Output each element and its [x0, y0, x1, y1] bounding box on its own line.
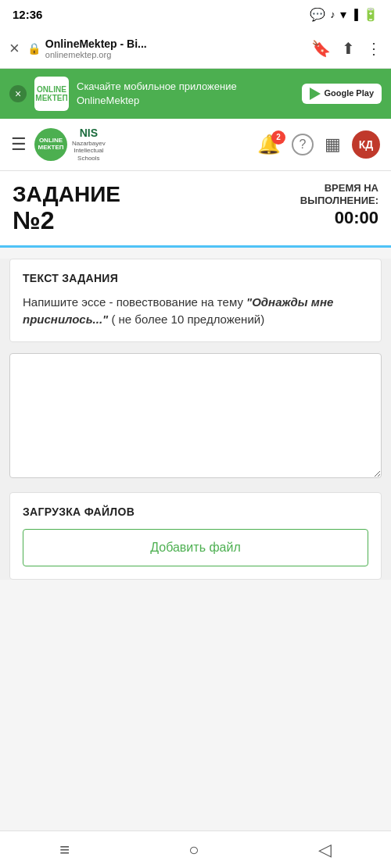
site-nav: ☰ ONLINE МЕКТЕП NIS Nazarbayev Intellect… [0, 119, 391, 171]
status-time: 12:36 [13, 8, 42, 21]
nav-logos: ONLINE МЕКТЕП NIS Nazarbayev Intellectua… [34, 127, 106, 163]
bookmark-icon[interactable]: 🔖 [311, 39, 331, 58]
online-mektep-logo: ONLINE МЕКТЕП [34, 128, 67, 161]
essay-textarea[interactable] [9, 353, 382, 478]
add-file-button[interactable]: Добавить файл [23, 529, 368, 566]
browser-close-button[interactable]: × [9, 38, 20, 59]
bottom-home-icon[interactable]: ○ [188, 840, 199, 860]
banner-logo: ONLINE МЕКТЕП [34, 77, 69, 111]
main-content: ТЕКСТ ЗАДАНИЯ Напишите эссе - повествова… [0, 259, 391, 580]
app-banner: × ONLINE МЕКТЕП Скачайте мобильное прило… [0, 69, 391, 119]
google-play-label: Google Play [324, 88, 374, 98]
browser-url-wrap: 🔒 OnlineMektep - Bi... onlinemektep.org [27, 38, 303, 59]
file-upload-label: ЗАГРУЗКА ФАЙЛОВ [23, 505, 368, 518]
nav-icons: 🔔 2 ? ▦ КД [257, 130, 380, 159]
status-icons: 💬 ♪ ▾ ▐ 🔋 [310, 7, 378, 22]
user-avatar[interactable]: КД [352, 130, 380, 159]
bottom-nav: ≡ ○ ◁ [0, 830, 391, 868]
task-text-block: ТЕКСТ ЗАДАНИЯ Напишите эссе - повествова… [9, 259, 382, 342]
notification-bell-wrap[interactable]: 🔔 2 [257, 134, 281, 155]
task-title-wrap: ЗАДАНИЕ №2 [13, 182, 120, 234]
battery-icon: 🔋 [363, 7, 378, 22]
signal-icon: ▐ [351, 9, 358, 20]
task-timer: 00:00 [300, 208, 378, 228]
notification-badge: 2 [271, 130, 285, 145]
google-play-icon [310, 88, 321, 100]
google-play-button[interactable]: Google Play [302, 84, 382, 104]
browser-bar: × 🔒 OnlineMektep - Bi... onlinemektep.or… [0, 28, 391, 69]
grid-icon[interactable]: ▦ [325, 134, 341, 155]
task-text-body: Напишите эссе - повествование на тему "О… [23, 294, 368, 329]
more-icon[interactable]: ⋮ [366, 39, 382, 58]
browser-url: OnlineMektep - Bi... onlinemektep.org [45, 38, 303, 59]
tiktok-icon: ♪ [330, 9, 335, 20]
whatsapp-icon: 💬 [310, 7, 325, 22]
task-time-label: ВРЕМЯ НА ВЫПОЛНЕНИЕ: [300, 182, 378, 209]
file-upload-block: ЗАГРУЗКА ФАЙЛОВ Добавить файл [9, 492, 382, 580]
lock-icon: 🔒 [27, 42, 41, 55]
browser-url-domain: onlinemektep.org [45, 50, 303, 59]
task-text-label: ТЕКСТ ЗАДАНИЯ [23, 272, 368, 284]
task-time-wrap: ВРЕМЯ НА ВЫПОЛНЕНИЕ: 00:00 [300, 182, 378, 229]
wifi-icon: ▾ [340, 7, 346, 22]
bottom-menu-icon[interactable]: ≡ [59, 840, 70, 860]
share-icon[interactable]: ⬆ [342, 39, 355, 58]
essay-input-wrap [9, 353, 382, 481]
banner-text: Скачайте мобильное приложение OnlineMekt… [77, 80, 294, 108]
task-header: ЗАДАНИЕ №2 ВРЕМЯ НА ВЫПОЛНЕНИЕ: 00:00 [0, 171, 391, 248]
menu-icon[interactable]: ☰ [11, 134, 27, 155]
bottom-back-icon[interactable]: ◁ [318, 840, 332, 860]
banner-close-button[interactable]: × [9, 85, 27, 102]
status-bar: 12:36 💬 ♪ ▾ ▐ 🔋 [0, 0, 391, 28]
task-number: №2 [13, 207, 120, 234]
task-label: ЗАДАНИЕ [13, 182, 120, 207]
help-icon[interactable]: ? [292, 134, 314, 155]
browser-url-title: OnlineMektep - Bi... [45, 38, 303, 50]
browser-actions: 🔖 ⬆ ⋮ [311, 39, 382, 58]
nis-logo: NIS Nazarbayev Intellectual Schools [72, 127, 106, 163]
